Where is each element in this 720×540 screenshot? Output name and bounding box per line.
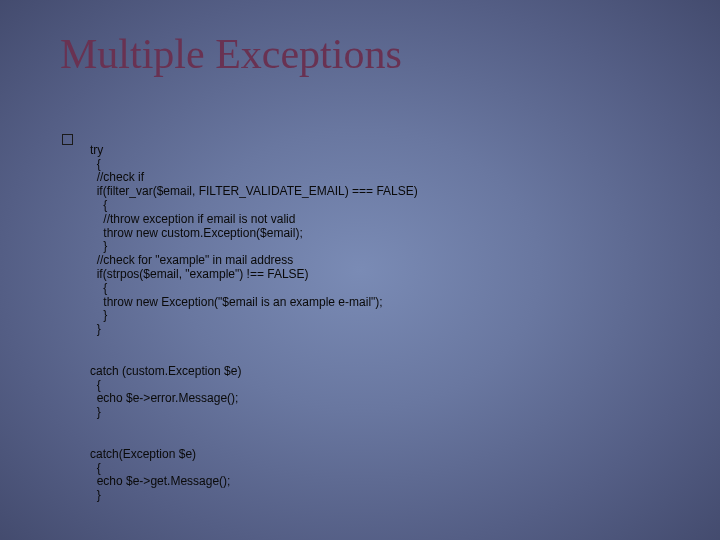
bullet-square-icon [62,134,73,145]
code-catch-exception: catch(Exception $e) { echo $e->get.Messa… [90,447,230,502]
code-try-body: { //check if if(filter_var($email, FILTE… [90,157,418,337]
slide-title: Multiple Exceptions [60,30,402,78]
code-try-keyword: try [90,143,103,157]
code-block: try { //check if if(filter_var($email, F… [90,130,418,531]
code-catch-custom: catch (custom.Exception $e) { echo $e->e… [90,364,241,419]
